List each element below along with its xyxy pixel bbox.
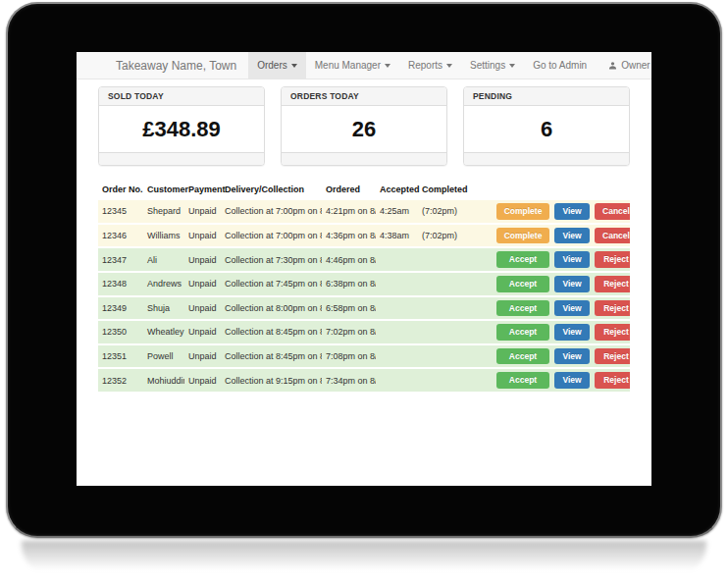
tablet-frame: Takeaway Name, Town Orders Menu Manager … (6, 2, 722, 538)
stat-panel-footer (464, 152, 629, 165)
ordered-cell: 7:02pm on 8/7 (322, 320, 376, 344)
ordered-cell: 6:58pm on 8/7 (322, 296, 376, 321)
accept-button[interactable]: Accept (496, 348, 549, 365)
table-row: 12347AliUnpaidCollection at 7:30pm on 8/… (98, 247, 630, 272)
accept-button[interactable]: Accept (496, 372, 549, 389)
accept-button[interactable]: Accept (496, 251, 549, 268)
actions-cell: AcceptViewReject (488, 247, 630, 272)
accept-button[interactable]: Accept (496, 276, 549, 292)
order-no-cell: 12345 (98, 199, 143, 224)
tablet-reflection (22, 541, 706, 574)
order-no-cell: 12347 (98, 247, 143, 272)
reject-button[interactable]: Reject (595, 348, 630, 365)
view-button[interactable]: View (554, 276, 590, 292)
table-row: 12348AndrewsUnpaidCollection at 7:45pm o… (98, 272, 630, 296)
table-header-row: Order No. Customer Payment Delivery/Coll… (98, 180, 630, 199)
customer-cell: Ali (143, 247, 184, 272)
delivery-cell: Collection at 8:45pm on 8/7 (221, 320, 322, 344)
stat-title: ORDERS TODAY (282, 87, 446, 106)
delivery-cell: Collection at 8:45pm on 8/7 (221, 344, 322, 369)
view-button[interactable]: View (554, 372, 590, 389)
order-no-cell: 12349 (98, 296, 143, 321)
delivery-cell: Collection at 7:00pm on 8/7 (221, 199, 322, 224)
go-to-admin-link[interactable]: Go to Admin (524, 52, 596, 79)
cancel-button[interactable]: Cancel (595, 203, 630, 220)
delivery-cell: Collection at 9:15pm on 8/7 (221, 368, 322, 392)
owner-label: Owner (621, 60, 650, 71)
table-row: 12345ShepardUnpaidCollection at 7:00pm o… (98, 199, 630, 224)
nav-item-menu-manager[interactable]: Menu Manager (306, 52, 399, 79)
col-header-customer: Customer (143, 180, 184, 199)
payment-cell: Unpaid (184, 296, 221, 321)
table-row: 12352MohiuddinUnpaidCollection at 9:15pm… (98, 368, 630, 392)
chevron-down-icon (385, 64, 390, 68)
actions-cell: AcceptViewReject (488, 344, 630, 369)
ordered-cell: 7:08pm on 8/7 (322, 344, 376, 369)
stat-value: 6 (464, 106, 629, 152)
ordered-cell: 4:21pm on 8/7 (322, 199, 376, 224)
actions-cell: AcceptViewReject (488, 296, 630, 321)
col-header-completed: Completed (418, 180, 488, 199)
nav-item-orders[interactable]: Orders (248, 52, 306, 79)
view-button[interactable]: View (554, 203, 590, 220)
delivery-cell: Collection at 7:00pm on 8/7 (221, 224, 322, 248)
view-button[interactable]: View (554, 300, 590, 317)
ordered-cell: 4:36pm on 8/7 (322, 224, 376, 248)
table-row: 12349ShujaUnpaidCollection at 8:00pm on … (98, 296, 630, 321)
navbar: Takeaway Name, Town Orders Menu Manager … (77, 52, 651, 79)
payment-cell: Unpaid (184, 320, 221, 344)
customer-cell: Wheatley (143, 320, 184, 344)
view-button[interactable]: View (554, 324, 590, 341)
reject-button[interactable]: Reject (595, 300, 630, 317)
completed-cell (418, 247, 488, 272)
accepted-cell: 4:38am (376, 224, 418, 248)
page-background: Takeaway Name, Town Orders Menu Manager … (0, 0, 728, 580)
nav-item-settings[interactable]: Settings (461, 52, 524, 79)
col-header-order-no: Order No. (98, 180, 143, 199)
owner-menu[interactable]: Owner (599, 52, 651, 79)
view-button[interactable]: View (554, 228, 590, 244)
accepted-cell (376, 296, 418, 321)
orders-table-body: 12345ShepardUnpaidCollection at 7:00pm o… (98, 199, 630, 392)
reject-button[interactable]: Reject (595, 372, 630, 389)
accept-button[interactable]: Accept (496, 324, 549, 341)
nav-item-label: Reports (408, 60, 442, 71)
payment-cell: Unpaid (184, 272, 221, 296)
customer-cell: Shepard (143, 199, 184, 224)
completed-cell (418, 320, 488, 344)
accept-button[interactable]: Accept (496, 300, 549, 317)
ordered-cell: 7:34pm on 8/7 (322, 368, 376, 392)
reject-button[interactable]: Reject (595, 276, 630, 292)
payment-cell: Unpaid (184, 368, 221, 392)
stat-panel-footer (282, 152, 446, 165)
cancel-button[interactable]: Cancel (595, 228, 630, 244)
delivery-cell: Collection at 7:30pm on 8/7 (221, 247, 322, 272)
view-button[interactable]: View (554, 251, 590, 268)
accepted-cell (376, 247, 418, 272)
completed-cell: (7:02pm) (418, 199, 488, 224)
col-header-delivery: Delivery/Collection (221, 180, 322, 199)
nav-item-reports[interactable]: Reports (399, 52, 461, 79)
customer-cell: Andrews (143, 272, 184, 296)
view-button[interactable]: View (554, 348, 590, 365)
stat-panel-pending: PENDING 6 (463, 86, 630, 166)
complete-button[interactable]: Complete (496, 203, 549, 220)
stat-value: £348.89 (99, 106, 264, 152)
reject-button[interactable]: Reject (595, 251, 630, 268)
actions-cell: AcceptViewReject (488, 368, 630, 392)
accepted-cell (376, 320, 418, 344)
customer-cell: Powell (143, 344, 184, 369)
chevron-down-icon (509, 64, 515, 68)
brand[interactable]: Takeaway Name, Town (77, 52, 248, 79)
reject-button[interactable]: Reject (595, 324, 630, 341)
accepted-cell (376, 272, 418, 296)
actions-cell: AcceptViewReject (488, 320, 630, 344)
navbar-right: Go to Admin Owner (524, 52, 651, 79)
accepted-cell (376, 368, 418, 392)
complete-button[interactable]: Complete (496, 228, 549, 244)
col-header-accepted: Accepted (376, 180, 418, 199)
table-row: 12351PowellUnpaidCollection at 8:45pm on… (98, 344, 630, 369)
actions-cell: CompleteViewCancel (488, 224, 630, 248)
ordered-cell: 4:46pm on 8/7 (322, 247, 376, 272)
stat-panel-footer (99, 152, 264, 165)
